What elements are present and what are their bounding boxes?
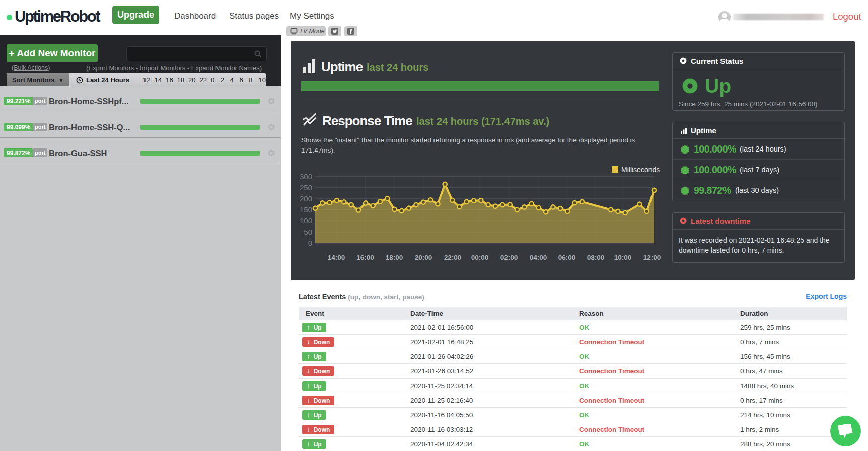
svg-text:10:00: 10:00 xyxy=(614,254,632,261)
svg-text:50: 50 xyxy=(304,228,312,236)
svg-text:14:00: 14:00 xyxy=(328,254,345,261)
svg-text:100: 100 xyxy=(300,216,312,225)
svg-text:250: 250 xyxy=(300,183,312,192)
svg-text:20:00: 20:00 xyxy=(415,254,432,261)
svg-text:200: 200 xyxy=(300,194,312,203)
svg-text:18:00: 18:00 xyxy=(386,254,403,261)
svg-text:16:00: 16:00 xyxy=(356,254,374,261)
svg-text:02:00: 02:00 xyxy=(500,254,518,261)
svg-text:150: 150 xyxy=(300,205,312,214)
svg-text:300: 300 xyxy=(300,172,312,181)
svg-text:Milliseconds: Milliseconds xyxy=(621,166,660,174)
svg-text:12:00: 12:00 xyxy=(643,254,661,261)
svg-text:0: 0 xyxy=(308,239,312,247)
svg-text:00:00: 00:00 xyxy=(471,254,489,261)
svg-text:04:00: 04:00 xyxy=(530,254,547,261)
svg-text:06:00: 06:00 xyxy=(558,254,576,261)
svg-text:08:00: 08:00 xyxy=(587,254,605,261)
svg-text:22:00: 22:00 xyxy=(444,254,462,261)
